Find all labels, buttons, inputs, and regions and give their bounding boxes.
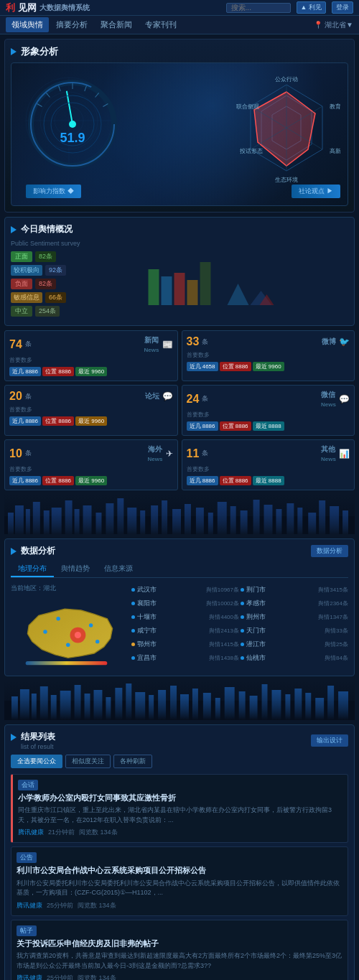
svg-rect-91 <box>60 691 71 720</box>
svg-rect-52 <box>83 505 92 534</box>
loc-dot-shiyan <box>131 615 135 619</box>
svg-rect-48 <box>44 510 50 534</box>
svg-rect-115 <box>327 686 334 720</box>
loc-count-yichang: 舆情1438条 <box>209 654 239 662</box>
svg-rect-39 <box>200 262 211 305</box>
news-card-3: 20 条 论坛 💬 首要数多 近几 8886 位置 8886 最近 9960 <box>4 385 178 436</box>
svg-text:高新科技: 高新科技 <box>330 148 340 154</box>
news-type-2: 微博 <box>322 337 336 347</box>
sentiment-row-negative: 负面 82条 <box>11 279 86 289</box>
nav-location[interactable]: 📍 湖北省▼ <box>314 20 353 30</box>
svg-rect-64 <box>218 502 227 534</box>
news-type-3: 论坛 <box>145 391 159 401</box>
nav-item-news[interactable]: 聚合新闻 <box>95 17 138 32</box>
result-2-views: 阅览数 134条 <box>78 901 116 910</box>
news-count-5: 10 <box>9 447 22 460</box>
location-jingzhou: 荆州市 舆情1347条 <box>241 611 348 623</box>
sentiment-subtitle: Public Sentiment survey <box>11 240 348 247</box>
news-tags-1: 近几 8886 位置 8886 最近 9960 <box>9 367 173 376</box>
gauge-container: 51.9 <box>26 78 119 171</box>
loc-dot-xiantao <box>241 656 244 660</box>
news-count-1: 74 <box>9 338 22 351</box>
svg-rect-111 <box>285 694 290 720</box>
loc-name-wuhan: 武汉市 <box>137 585 157 594</box>
news-icon-2: 🐦 <box>339 337 350 347</box>
header: 利 见网 大数据舆情系统 ▲ 利见 登录 <box>0 0 359 16</box>
news-count-4: 24 <box>187 393 200 406</box>
result-1-desc: 同住重庆市江口镇区，重上至此出来，湖北省内某县在辖中小学教师在办公室内打女同事，… <box>18 806 342 825</box>
location-list: 武汉市 舆情10967条 荆门市 舆情3415条 襄阳市 舆情10002条 孝感… <box>131 584 348 670</box>
tag-5-3: 最近 9960 <box>75 476 107 485</box>
data-section-icon <box>11 548 17 555</box>
count-neutral: 254条 <box>35 306 60 317</box>
svg-marker-76 <box>27 609 112 658</box>
location-xiantao: 仙桃市 舆情84条 <box>241 652 348 664</box>
loc-dot-qianjiang <box>241 643 244 646</box>
loc-count-ezhou: 舆情1415条 <box>209 640 239 648</box>
svg-rect-105 <box>215 698 220 720</box>
svg-rect-35 <box>149 269 159 305</box>
svg-rect-37 <box>174 273 185 305</box>
result-2-cat-label: 公告 <box>17 852 37 863</box>
news-count-2: 33 <box>187 335 200 348</box>
main-nav: 领域舆情 摘要分析 聚合新闻 专家刊刊 📍 湖北省▼ <box>0 16 359 34</box>
filter-refresh[interactable]: 各种刷新 <box>113 755 152 768</box>
login-btn[interactable]: 登录 <box>332 1 353 14</box>
tag-1-3: 最近 9960 <box>75 367 107 376</box>
gauge-svg: 51.9 <box>26 78 119 171</box>
svg-rect-47 <box>33 502 40 534</box>
loc-count-wuhan: 舆情10967条 <box>206 586 239 594</box>
svg-rect-104 <box>203 693 211 720</box>
svg-rect-66 <box>241 510 248 534</box>
svg-rect-106 <box>225 687 235 720</box>
news-unit-1: 条 <box>25 340 32 349</box>
sentiment-header: 今日舆情概况 Public Sentiment survey <box>11 223 348 247</box>
search-input[interactable] <box>226 3 291 13</box>
tab-source[interactable]: 信息来源 <box>97 561 140 577</box>
location-icon: 📍 <box>314 21 322 29</box>
radar-container: 公众行动 教育数字 高新科技 生态环境 投话形态 联合侧观 <box>233 74 340 189</box>
svg-rect-112 <box>294 689 302 720</box>
profile-btn[interactable]: ▲ 利见 <box>297 1 326 14</box>
tab-trend[interactable]: 舆情趋势 <box>54 561 97 577</box>
filter-similar[interactable]: 相似度关注 <box>65 755 111 768</box>
svg-rect-110 <box>271 690 281 720</box>
label-neutral: 中立 <box>11 306 32 317</box>
filter-all[interactable]: 全选要闻公众 <box>11 755 62 768</box>
label-sensitive: 敏感信息 <box>11 292 42 303</box>
svg-text:投话形态: 投话形态 <box>239 148 263 154</box>
sentiment-section: 今日舆情概况 Public Sentiment survey 正面 82条 较积… <box>4 217 355 326</box>
news-unit-6: 条 <box>202 449 208 458</box>
news-card-3-header: 20 条 论坛 💬 <box>9 390 173 403</box>
location-xiaogan: 孝感市 舆情2364条 <box>241 597 348 610</box>
svg-point-78 <box>75 632 81 638</box>
location-tianmen: 天门市 舆情33条 <box>241 625 348 637</box>
sentiment-section-header: 今日舆情概况 <box>11 223 348 235</box>
svg-text:公众行动: 公众行动 <box>275 76 298 83</box>
data-more-btn[interactable]: 数据分析 <box>311 545 348 557</box>
result-3-time: 25分钟前 <box>47 974 73 980</box>
svg-rect-36 <box>162 276 172 305</box>
nav-item-sentiment[interactable]: 领域舆情 <box>6 17 49 32</box>
svg-rect-97 <box>126 683 131 720</box>
loc-dot-xianning <box>131 629 135 633</box>
image-analysis-title: 形象分析 <box>21 45 58 58</box>
sentiment-row-sensitive: 敏感信息 66条 <box>11 292 86 303</box>
tag-6-3: 最近 8888 <box>253 476 284 485</box>
svg-rect-71 <box>297 508 302 534</box>
location-yichang: 宜昌市 舆情1438条 <box>131 652 239 664</box>
news-icon-3: 💬 <box>162 391 173 401</box>
news-card-4: 24 条 微信News 💬 首要数多 近几 8886 位置 8886 最近 88… <box>182 385 355 436</box>
influence-btn[interactable]: 影响力指数 ◆ <box>26 185 81 198</box>
location-text: 湖北省▼ <box>325 20 353 30</box>
nav-item-analysis[interactable]: 摘要分析 <box>50 17 93 32</box>
discussion-btn[interactable]: 社论观点 ▶ <box>292 185 340 198</box>
nav-item-journal[interactable]: 专家刊刊 <box>139 17 182 32</box>
svg-rect-109 <box>262 684 268 720</box>
results-export-btn[interactable]: 输出设计 <box>311 734 348 747</box>
tab-geo[interactable]: 地理分布 <box>11 561 54 577</box>
news-card-5: 10 条 海外News ✈ 首要数多 近几 8886 位置 8886 最近 99… <box>4 439 178 490</box>
svg-rect-73 <box>319 500 325 534</box>
svg-rect-103 <box>192 689 198 720</box>
svg-rect-69 <box>276 509 281 534</box>
